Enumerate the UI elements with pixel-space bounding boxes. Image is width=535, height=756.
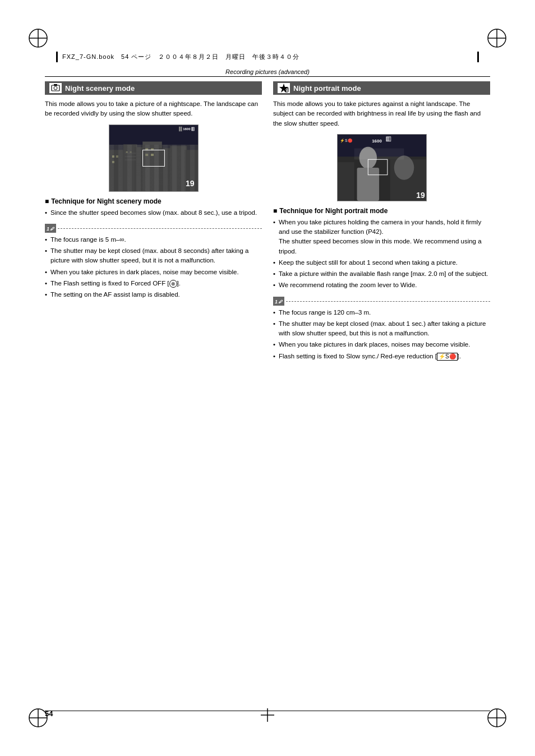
reg-mark-tr [487, 28, 507, 48]
svg-point-14 [54, 86, 57, 90]
page-wrapper: FXZ_7-GN.book 54 ページ ２００４年８月２日 月曜日 午後３時４… [0, 0, 535, 756]
camera-overlay-left: 1600 [109, 125, 198, 134]
left-technique-bullet-1: Since the shutter speed becomes slow (ma… [45, 208, 262, 218]
svg-text:19: 19 [416, 191, 425, 200]
right-note-bullet-3: When you take pictures in dark places, n… [273, 340, 490, 349]
left-note-bullet-2: The shutter may be kept closed (max. abo… [45, 246, 262, 266]
right-technique-bullet-2: Keep the subject still for about 1 secon… [273, 258, 490, 268]
svg-rect-13 [54, 84, 57, 86]
left-intro-text: This mode allows you to take a picture o… [45, 99, 262, 119]
right-note-bullet-4: Flash setting is fixed to Slow sync./ Re… [273, 352, 490, 361]
forced-off-icon: ⊗ [169, 280, 177, 288]
svg-text:🖊: 🖊 [50, 227, 54, 232]
right-camera-screen: 1600 ⚡S🔴 19 [337, 134, 427, 201]
left-note-bullet-1: The focus range is 5 m–∞. [45, 235, 262, 245]
bottom-center-crosshair [261, 708, 274, 723]
svg-rect-27 [126, 151, 127, 153]
right-technique-bullet-1: When you take pictures holding the camer… [273, 218, 490, 256]
right-intro-text: This mode allows you to take pictures ag… [273, 99, 490, 128]
two-column-layout: Night scenery mode This mode allows you … [45, 81, 490, 372]
right-technique-bullet-3: Take a picture within the available flas… [273, 269, 490, 279]
cam-focus-frame-left [142, 150, 165, 167]
right-section-title: Night portrait mode [293, 84, 361, 93]
left-note-bullet-3: When you take pictures in dark places, n… [45, 268, 262, 277]
right-note-box: 1 🖊 The focus range is 120 cm–3 m. The s… [273, 295, 490, 367]
right-technique-heading: Technique for Night portrait mode [273, 207, 490, 215]
svg-rect-33 [124, 153, 136, 154]
left-note-dashes [58, 228, 262, 229]
cam-number-left: 19 [186, 179, 195, 188]
svg-rect-37 [181, 126, 182, 131]
svg-rect-25 [116, 155, 118, 158]
svg-rect-24 [112, 155, 114, 158]
page-subtitle: Recording pictures (advanced) [0, 68, 535, 75]
right-technique-bullet-4: We recommend rotating the zoom lever to … [273, 280, 490, 290]
svg-text:1600: 1600 [372, 139, 382, 144]
left-note-border: 1 🖊 [45, 224, 262, 233]
page-number: 54 [45, 709, 53, 718]
reg-mark-tl [28, 28, 48, 48]
left-section-title: Night scenery mode [65, 84, 135, 93]
svg-text:⚡S🔴: ⚡S🔴 [339, 138, 352, 143]
left-note-bullet-4: The Flash setting is fixed to Forced OFF… [45, 279, 262, 288]
divider-top [45, 76, 490, 77]
right-note-bullet-1: The focus range is 120 cm–3 m. [273, 308, 490, 317]
right-note-bullets: The focus range is 120 cm–3 m. The shutt… [273, 308, 490, 361]
right-note-icon: 1 🖊 [273, 297, 284, 306]
left-technique-bullets: Since the shutter speed becomes slow (ma… [45, 208, 262, 218]
slow-sync-icon: ⚡S🔴 [437, 353, 458, 361]
svg-rect-28 [130, 151, 131, 153]
svg-rect-26 [112, 160, 114, 163]
header-bar: FXZ_7-GN.book 54 ページ ２００４年８月２日 月曜日 午後３時４… [56, 52, 479, 62]
content-area: Night scenery mode This mode allows you … [45, 81, 490, 700]
right-note-dashes [286, 301, 490, 302]
left-section-icon [49, 83, 62, 93]
left-camera-screen: 1600 19 [109, 125, 199, 192]
svg-rect-34 [124, 156, 136, 157]
left-note-bullet-5: The setting on the AF assist lamp is dis… [45, 290, 262, 299]
header-text: FXZ_7-GN.book 54 ページ ２００４年８月２日 月曜日 午後３時４… [62, 53, 299, 61]
cam-iso-left: 1600 [179, 126, 196, 133]
col-left: Night scenery mode This mode allows you … [45, 81, 262, 372]
right-section-icon [278, 83, 290, 93]
svg-rect-22 [170, 146, 187, 191]
svg-text:1600: 1600 [183, 127, 191, 131]
svg-rect-56 [354, 148, 404, 159]
left-note-bullets: The focus range is 5 m–∞. The shutter ma… [45, 235, 262, 300]
right-technique-bullets: When you take pictures holding the camer… [273, 218, 490, 291]
left-note-box: 1 🖊 The focus range is 5 m–∞. The shutte… [45, 222, 262, 306]
svg-rect-51 [338, 162, 354, 201]
right-section-header: Night portrait mode [273, 81, 490, 95]
svg-rect-40 [191, 127, 193, 131]
right-note-bullet-2: The shutter may be kept closed (max. abo… [273, 319, 490, 339]
svg-rect-18 [123, 144, 137, 191]
svg-rect-59 [386, 137, 389, 141]
svg-text:🖊: 🖊 [278, 299, 283, 305]
svg-text:1: 1 [47, 226, 49, 232]
svg-rect-35 [124, 159, 136, 160]
svg-rect-17 [109, 150, 126, 191]
left-technique-heading: Technique for Night scenery mode [45, 197, 262, 205]
left-note-icon: 1 🖊 [45, 224, 56, 233]
left-section-header: Night scenery mode [45, 81, 262, 95]
svg-text:1: 1 [275, 299, 278, 305]
svg-rect-36 [179, 126, 180, 131]
right-note-border: 1 🖊 [273, 297, 490, 306]
col-right: Night portrait mode This mode allows you… [273, 81, 490, 372]
